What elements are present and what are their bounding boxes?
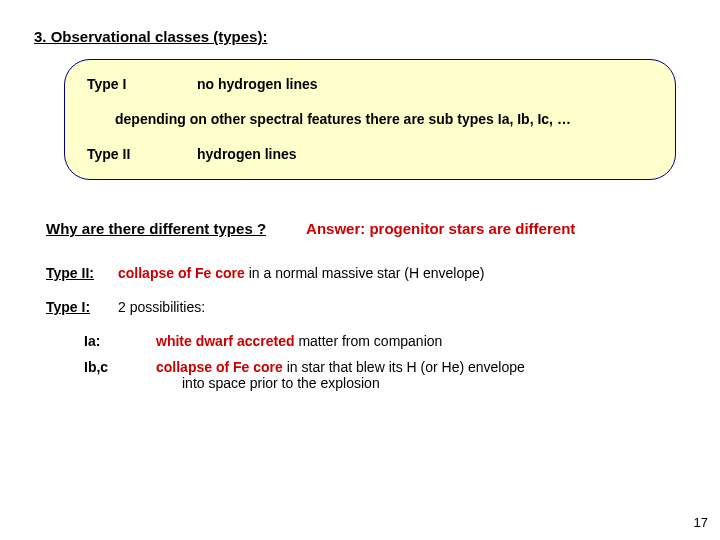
type2-detail-label: Type II: <box>46 265 118 281</box>
ia-rest: matter from companion <box>295 333 443 349</box>
ia-label: Ia: <box>84 333 156 349</box>
type2-row: Type II hydrogen lines <box>87 144 653 165</box>
section-heading: 3. Observational classes (types): <box>34 28 686 45</box>
type1-desc: no hydrogen lines <box>197 74 653 95</box>
slide: 3. Observational classes (types): Type I… <box>0 0 720 540</box>
type2-desc: hydrogen lines <box>197 144 653 165</box>
type1-detail-label: Type I: <box>46 299 118 315</box>
type1-detail: Type I: 2 possibilities: <box>46 299 686 315</box>
subcases: Ia: white dwarf accreted matter from com… <box>84 333 686 391</box>
ia-detail: Ia: white dwarf accreted matter from com… <box>84 333 686 349</box>
details-block: Type II: collapse of Fe core in a normal… <box>46 265 686 391</box>
type1-row: Type I no hydrogen lines <box>87 74 653 95</box>
type2-label: Type II <box>87 144 197 165</box>
why-answer: Answer: progenitor stars are different <box>306 220 575 237</box>
why-row: Why are there different types ? Answer: … <box>46 220 686 237</box>
type1-label: Type I <box>87 74 197 95</box>
type2-rest: in a normal massive star (H envelope) <box>245 265 485 281</box>
subtypes-line: depending on other spectral features the… <box>115 109 653 130</box>
ibc-text: collapse of Fe core in star that blew it… <box>156 359 525 391</box>
type2-red: collapse of Fe core <box>118 265 245 281</box>
ibc-label: Ib,c <box>84 359 156 375</box>
ia-red: white dwarf accreted <box>156 333 295 349</box>
ibc-rest: in star that blew its H (or He) envelope <box>283 359 525 375</box>
ia-text: white dwarf accreted matter from compani… <box>156 333 442 349</box>
why-question: Why are there different types ? <box>46 220 266 237</box>
ibc-cont: into space prior to the explosion <box>182 375 525 391</box>
ibc-detail: Ib,c collapse of Fe core in star that bl… <box>84 359 686 391</box>
classification-box: Type I no hydrogen lines depending on ot… <box>64 59 676 180</box>
page-number: 17 <box>694 515 708 530</box>
type2-detail: Type II: collapse of Fe core in a normal… <box>46 265 686 281</box>
ibc-red: collapse of Fe core <box>156 359 283 375</box>
type1-detail-text: 2 possibilities: <box>118 299 205 315</box>
type2-detail-text: collapse of Fe core in a normal massive … <box>118 265 484 281</box>
